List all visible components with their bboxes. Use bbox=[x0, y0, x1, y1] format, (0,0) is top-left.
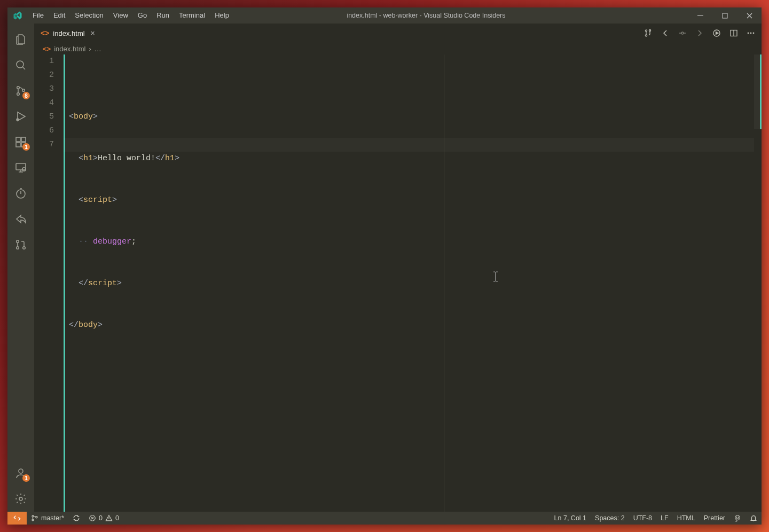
feedback-icon[interactable] bbox=[729, 512, 746, 525]
tab-index-html[interactable]: <> index.html × bbox=[34, 24, 103, 43]
svg-point-15 bbox=[17, 247, 19, 249]
svg-point-2 bbox=[17, 61, 23, 68]
minimap[interactable] bbox=[754, 54, 762, 512]
svg-rect-10 bbox=[21, 137, 26, 142]
svg-point-32 bbox=[735, 515, 740, 520]
close-button[interactable] bbox=[737, 7, 762, 24]
cursor-position[interactable]: Ln 7, Col 1 bbox=[550, 512, 591, 525]
code-editor[interactable]: 1 2 3 4 5 6 7 <body> <h1>Hello world!</h… bbox=[34, 54, 762, 512]
line-numbers: 1 2 3 4 5 6 7 bbox=[34, 54, 64, 512]
breadcrumbs[interactable]: <> index.html › … bbox=[34, 43, 762, 54]
svg-point-19 bbox=[645, 30, 647, 32]
svg-point-34 bbox=[738, 517, 739, 518]
html-file-icon: <> bbox=[41, 29, 49, 37]
eol-status[interactable]: LF bbox=[656, 512, 673, 525]
split-editor-icon[interactable] bbox=[726, 26, 741, 41]
git-pull-request-icon[interactable] bbox=[7, 232, 34, 257]
svg-point-29 bbox=[32, 519, 34, 521]
svg-point-28 bbox=[32, 515, 34, 517]
window-title: index.html - web-worker - Visual Studio … bbox=[164, 12, 688, 19]
more-actions-icon[interactable] bbox=[743, 26, 758, 41]
go-back-icon[interactable] bbox=[658, 26, 673, 41]
menu-view[interactable]: View bbox=[108, 7, 133, 24]
formatter-status[interactable]: Prettier bbox=[700, 512, 729, 525]
title-bar: File Edit Selection View Go Run Terminal… bbox=[7, 7, 762, 24]
editor-actions bbox=[641, 24, 762, 43]
svg-point-30 bbox=[36, 517, 37, 518]
svg-point-18 bbox=[19, 497, 22, 500]
svg-point-20 bbox=[645, 35, 647, 36]
notifications-icon[interactable] bbox=[746, 512, 762, 525]
app-window: File Edit Selection View Go Run Terminal… bbox=[7, 7, 762, 525]
problems-status[interactable]: 0 0 bbox=[84, 512, 123, 525]
extensions-icon[interactable]: 1 bbox=[7, 129, 34, 155]
svg-point-16 bbox=[23, 247, 26, 249]
breadcrumb-file: index.html bbox=[54, 45, 85, 53]
svg-rect-8 bbox=[16, 143, 20, 147]
source-control-icon[interactable]: 8 bbox=[7, 78, 34, 104]
commit-undo-icon[interactable] bbox=[675, 26, 690, 41]
chevron-right-icon: › bbox=[89, 45, 91, 53]
menu-selection[interactable]: Selection bbox=[70, 7, 108, 24]
activity-bar: 8 1 1 bbox=[7, 24, 34, 512]
status-bar: master* 0 0 Ln 7, Col 1 Spaces: 2 UTF-8 … bbox=[7, 512, 762, 525]
svg-point-22 bbox=[681, 32, 684, 34]
text-cursor-icon bbox=[434, 257, 435, 267]
svg-point-33 bbox=[736, 517, 737, 518]
tab-close-icon[interactable]: × bbox=[89, 29, 97, 37]
timer-icon[interactable] bbox=[7, 181, 34, 206]
run-icon[interactable] bbox=[709, 26, 724, 41]
svg-point-3 bbox=[17, 87, 20, 89]
explorer-icon[interactable] bbox=[7, 27, 34, 52]
encoding-status[interactable]: UTF-8 bbox=[629, 512, 656, 525]
compare-changes-icon[interactable] bbox=[641, 26, 656, 41]
svg-point-25 bbox=[748, 33, 749, 34]
minimize-button[interactable] bbox=[688, 7, 712, 24]
svg-point-4 bbox=[17, 93, 20, 96]
account-badge: 1 bbox=[22, 474, 30, 482]
remote-indicator[interactable] bbox=[7, 512, 27, 525]
error-count: 0 bbox=[99, 514, 103, 522]
language-mode[interactable]: HTML bbox=[673, 512, 700, 525]
warning-count: 0 bbox=[115, 514, 119, 522]
go-forward-icon[interactable] bbox=[692, 26, 707, 41]
menu-file[interactable]: File bbox=[28, 7, 49, 24]
current-line-highlight bbox=[64, 138, 762, 152]
app-logo bbox=[7, 11, 28, 20]
settings-icon[interactable] bbox=[7, 486, 34, 512]
svg-rect-7 bbox=[16, 137, 20, 142]
remote-explorer-icon[interactable] bbox=[7, 155, 34, 181]
branch-name: master* bbox=[41, 514, 64, 522]
svg-point-17 bbox=[19, 469, 23, 473]
svg-rect-1 bbox=[723, 13, 727, 18]
svg-point-6 bbox=[17, 119, 19, 121]
svg-point-27 bbox=[753, 33, 755, 34]
window-controls bbox=[688, 7, 762, 24]
menu-edit[interactable]: Edit bbox=[49, 7, 70, 24]
sync-status[interactable] bbox=[68, 512, 84, 525]
maximize-button[interactable] bbox=[712, 7, 737, 24]
main-body: 8 1 1 bbox=[7, 24, 762, 512]
tab-label: index.html bbox=[53, 29, 84, 37]
scm-badge: 8 bbox=[22, 92, 30, 99]
extensions-badge: 1 bbox=[22, 143, 30, 151]
svg-point-14 bbox=[17, 240, 19, 243]
run-debug-icon[interactable] bbox=[7, 104, 34, 129]
account-icon[interactable]: 1 bbox=[7, 460, 34, 486]
editor-area: <> index.html × <> index.html › bbox=[34, 24, 762, 512]
tabs-row: <> index.html × bbox=[34, 24, 762, 43]
svg-rect-11 bbox=[16, 163, 26, 170]
indentation-status[interactable]: Spaces: 2 bbox=[591, 512, 629, 525]
git-branch-status[interactable]: master* bbox=[27, 512, 68, 525]
menu-go[interactable]: Go bbox=[133, 7, 152, 24]
live-share-icon[interactable] bbox=[7, 206, 34, 232]
breadcrumb-ellipsis: … bbox=[95, 45, 101, 53]
code-content[interactable]: <body> <h1>Hello world!</h1> <script> ··… bbox=[64, 54, 762, 512]
svg-rect-0 bbox=[697, 15, 703, 16]
html-file-icon: <> bbox=[43, 45, 51, 53]
search-icon[interactable] bbox=[7, 52, 34, 78]
svg-point-26 bbox=[750, 33, 752, 34]
